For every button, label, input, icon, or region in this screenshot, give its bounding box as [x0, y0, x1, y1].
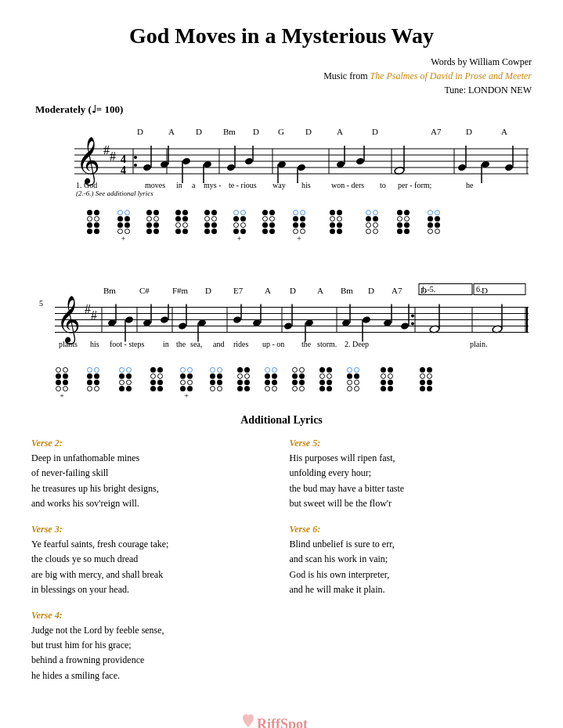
svg-text:a: a — [192, 181, 196, 189]
verse-6-label: Verse 6: — [290, 522, 532, 537]
svg-text:and: and — [213, 340, 224, 348]
svg-point-102 — [125, 315, 134, 323]
svg-text:RiffSpot: RiffSpot — [257, 716, 308, 728]
svg-text:up - on: up - on — [262, 340, 284, 348]
verse-6-block: Verse 6: Blind unbelief is sure to err,a… — [290, 522, 532, 597]
svg-text:te - rious: te - rious — [229, 181, 257, 189]
staff-section-1: Moderately (♩= 100) 𝄞 # # 4 4 D — [31, 103, 532, 243]
svg-point-12 — [134, 164, 137, 167]
svg-text:D: D — [196, 127, 202, 136]
svg-text:his: his — [301, 181, 311, 189]
svg-point-11 — [134, 156, 137, 159]
svg-text:plain.: plain. — [470, 340, 488, 348]
svg-point-46 — [297, 164, 306, 171]
additional-lyrics-title: Additional Lyrics — [31, 414, 532, 427]
svg-text:𝄞: 𝄞 — [56, 296, 81, 345]
svg-text:to: to — [380, 181, 386, 189]
verse-2-text: Deep in unfathomable minesof never-faili… — [31, 451, 274, 511]
svg-point-29 — [182, 157, 191, 165]
lyrics-col-left: Verse 2: Deep in unfathomable minesof ne… — [31, 436, 274, 694]
svg-point-58 — [504, 164, 514, 171]
svg-text:F#m: F#m — [172, 286, 189, 295]
svg-text:D: D — [305, 127, 312, 136]
svg-text:he: he — [466, 181, 474, 189]
svg-text:C#: C# — [139, 286, 150, 295]
svg-text:𝄞: 𝄞 — [76, 137, 100, 186]
svg-point-42 — [244, 157, 254, 165]
svg-text:#: # — [91, 308, 97, 322]
svg-text:in: in — [163, 340, 169, 348]
verse-4-label: Verse 4: — [31, 608, 274, 623]
credits: Words by William Cowper Music from The P… — [31, 55, 532, 97]
verse-4-block: Verse 4: Judge not the Lord by feeble se… — [31, 608, 274, 683]
verse-5-block: Verse 5: His purposes will ripen fast,un… — [290, 436, 532, 511]
svg-text:rides: rides — [233, 340, 249, 348]
svg-text:mys -: mys - — [204, 181, 222, 189]
svg-text:E7: E7 — [233, 286, 244, 295]
svg-text:the: the — [301, 340, 312, 348]
credits-tune: Tune: LONDON NEW — [31, 83, 532, 97]
svg-text:foot - steps: foot - steps — [110, 340, 145, 348]
svg-text:won - ders: won - ders — [331, 181, 364, 189]
lyrics-col-right: Verse 5: His purposes will ripen fast,un… — [290, 436, 532, 694]
svg-text:Bm: Bm — [103, 286, 116, 295]
svg-point-106 — [160, 315, 169, 323]
svg-text:#: # — [85, 302, 91, 315]
svg-point-125 — [283, 322, 293, 330]
svg-text:4: 4 — [121, 153, 126, 165]
credits-words: Words by William Cowper — [31, 55, 532, 69]
svg-point-54 — [457, 164, 467, 171]
staff-2-svg: 𝄞 # # 5 Bm C# F#m D E7 A D A Bm D A7 1.-… — [31, 274, 532, 364]
verse-5-text: His purposes will ripen fast,unfolding e… — [290, 451, 532, 511]
svg-text:storm.: storm. — [317, 340, 337, 348]
tempo-line: Moderately (♩= 100) — [35, 103, 532, 116]
verse-4-text: Judge not the Lord by feeble sense,but t… — [31, 623, 274, 683]
svg-text:plants: plants — [59, 340, 78, 348]
riffspot-branding: RiffSpot — [31, 712, 532, 728]
svg-text:G: G — [278, 127, 284, 136]
svg-point-50 — [355, 157, 365, 165]
svg-text:1. God: 1. God — [76, 181, 97, 189]
svg-point-121 — [233, 315, 242, 323]
svg-text:Bm: Bm — [341, 286, 353, 295]
svg-text:4: 4 — [121, 164, 126, 176]
svg-text:5: 5 — [39, 299, 43, 308]
svg-text:A: A — [501, 127, 507, 136]
credits-music: Music from The Psalmes of David in Prose… — [31, 69, 532, 83]
svg-text:(2.-6.) See additional lyrics: (2.-6.) See additional lyrics — [76, 189, 153, 197]
page: God Moves in a Mysterious Way Words by W… — [0, 0, 563, 728]
svg-text:A: A — [317, 286, 323, 295]
svg-point-117 — [178, 322, 187, 330]
additional-lyrics-section: Additional Lyrics Verse 2: Deep in unfat… — [31, 414, 532, 694]
svg-text:D: D — [420, 286, 427, 295]
svg-text:D: D — [290, 286, 296, 295]
svg-text:A7: A7 — [431, 127, 442, 136]
svg-point-135 — [400, 322, 410, 330]
svg-text:#: # — [103, 143, 110, 157]
svg-text:A: A — [265, 286, 271, 295]
staff-1-svg: 𝄞 # # 4 4 D A D Bm D G D A D A7 D A — [31, 117, 532, 204]
svg-text:A7: A7 — [392, 286, 402, 295]
verse-2-label: Verse 2: — [31, 436, 274, 451]
svg-text:D: D — [372, 127, 378, 136]
page-title: God Moves in a Mysterious Way — [31, 23, 532, 49]
staff-section-2: 𝄞 # # 5 Bm C# F#m D E7 A D A Bm D A7 1.-… — [31, 274, 532, 400]
chord-dots-2: + — [31, 367, 532, 400]
lyrics-columns: Verse 2: Deep in unfathomable minesof ne… — [31, 436, 532, 694]
svg-point-142 — [411, 323, 414, 326]
svg-text:D: D — [482, 286, 488, 295]
verse-3-block: Verse 3: Ye fearful saints, fresh courag… — [31, 522, 274, 597]
svg-point-25 — [143, 164, 152, 171]
svg-point-141 — [411, 315, 414, 318]
verse-5-label: Verse 5: — [290, 436, 532, 451]
svg-text:D: D — [137, 127, 143, 136]
svg-text:per - form;: per - form; — [398, 181, 432, 189]
svg-text:sea,: sea, — [190, 340, 202, 348]
svg-text:Bm: Bm — [223, 127, 236, 136]
svg-text:2. Deep: 2. Deep — [345, 340, 369, 348]
svg-text:A: A — [337, 127, 343, 136]
riffspot-logo: RiffSpot — [235, 712, 329, 728]
svg-text:D: D — [253, 127, 259, 136]
svg-text:moves: moves — [145, 181, 165, 189]
svg-text:A: A — [168, 127, 175, 136]
